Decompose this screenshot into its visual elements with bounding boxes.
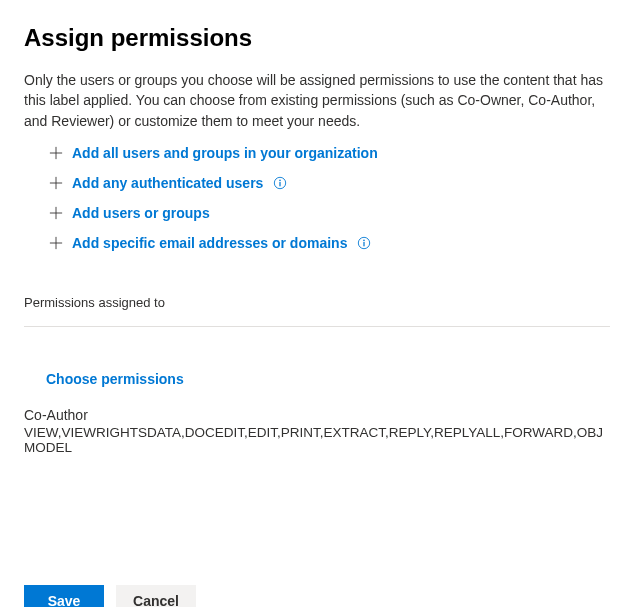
permission-rights: VIEW,VIEWRIGHTSDATA,DOCEDIT,EDIT,PRINT,E… <box>24 425 610 455</box>
page-description: Only the users or groups you choose will… <box>24 70 610 131</box>
cancel-button[interactable]: Cancel <box>116 585 196 607</box>
plus-icon <box>48 235 64 251</box>
choose-permissions-row: Choose permissions <box>46 371 610 387</box>
add-link-label: Add specific email addresses or domains <box>72 235 347 251</box>
plus-icon <box>48 205 64 221</box>
permission-name: Co-Author <box>24 407 610 423</box>
add-links-list: Add all users and groups in your organiz… <box>48 145 610 251</box>
plus-icon <box>48 145 64 161</box>
add-authenticated-users-link[interactable]: Add any authenticated users <box>48 175 610 191</box>
permissions-assigned-header: Permissions assigned to <box>24 295 610 327</box>
add-users-groups-link[interactable]: Add users or groups <box>48 205 610 221</box>
add-link-label: Add users or groups <box>72 205 210 221</box>
svg-point-12 <box>364 239 366 241</box>
svg-rect-6 <box>280 182 281 186</box>
add-link-label: Add any authenticated users <box>72 175 263 191</box>
add-all-users-link[interactable]: Add all users and groups in your organiz… <box>48 145 610 161</box>
footer-buttons: Save Cancel <box>24 585 610 607</box>
svg-rect-13 <box>364 242 365 246</box>
info-icon[interactable] <box>273 176 287 190</box>
page-title: Assign permissions <box>24 24 610 52</box>
svg-point-5 <box>280 179 282 181</box>
info-icon[interactable] <box>357 236 371 250</box>
plus-icon <box>48 175 64 191</box>
add-email-domains-link[interactable]: Add specific email addresses or domains <box>48 235 610 251</box>
add-link-label: Add all users and groups in your organiz… <box>72 145 378 161</box>
choose-permissions-link[interactable]: Choose permissions <box>46 371 184 387</box>
save-button[interactable]: Save <box>24 585 104 607</box>
